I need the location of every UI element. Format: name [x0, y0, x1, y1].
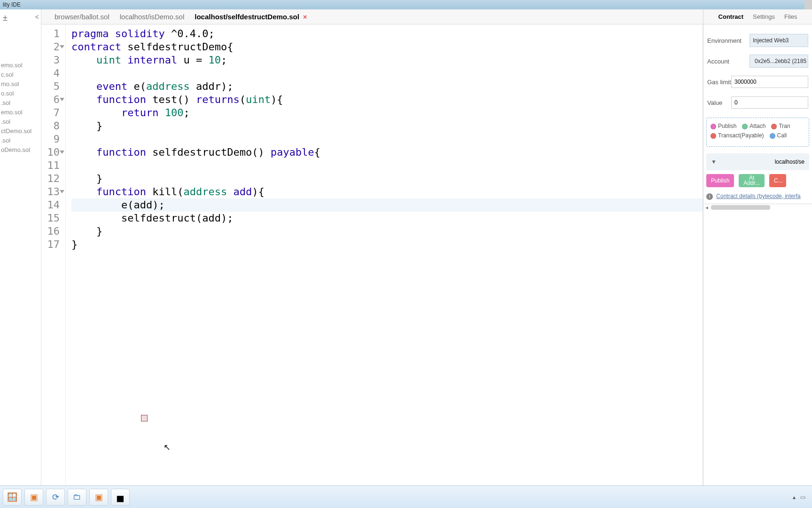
- taskbar-start-button[interactable]: 🪟: [3, 489, 22, 506]
- legend-publish-label: Publish: [718, 123, 736, 129]
- file-item[interactable]: c.sol: [0, 70, 41, 79]
- code-line[interactable]: function selfdestructDemo() payable{: [71, 146, 703, 159]
- file-item[interactable]: .sol: [0, 136, 41, 145]
- tab-contract[interactable]: Contract: [718, 13, 743, 20]
- code-line[interactable]: function kill(address add){: [71, 185, 703, 198]
- line-number: 10: [41, 146, 60, 159]
- line-number: 1: [41, 27, 60, 40]
- attach-button-line2: Addr...: [743, 180, 760, 186]
- legend-tran-dot: [771, 124, 777, 129]
- start-icon: 🪟: [7, 492, 17, 502]
- code-editor[interactable]: pragma solidity ^0.4.0;contract selfdest…: [66, 24, 703, 485]
- terminal-icon: ▅: [117, 492, 124, 502]
- action-legend: Publish Attach Tran Transact(Payable) Ca…: [706, 118, 809, 147]
- file-item[interactable]: .sol: [0, 98, 41, 108]
- code-line[interactable]: }: [71, 172, 703, 185]
- environment-select[interactable]: Injected Web3: [750, 34, 808, 47]
- code-line[interactable]: event e(address addr);: [71, 80, 703, 93]
- refresh-icon: ⟳: [52, 492, 59, 502]
- value-input[interactable]: [731, 96, 808, 109]
- line-number-gutter: 1234567891011121314151617: [41, 24, 66, 485]
- value-label: Value: [707, 99, 731, 106]
- legend-transact-payable-label: Transact(Payable): [718, 132, 764, 139]
- legend-publish-dot: [710, 124, 716, 129]
- panel-horizontal-scrollbar[interactable]: ◂: [703, 204, 812, 211]
- line-number: 15: [41, 212, 60, 225]
- window-vscroll-top[interactable]: [804, 0, 812, 9]
- mouse-cursor-icon: ↖: [164, 442, 171, 452]
- code-line[interactable]: pragma solidity ^0.4.0;: [71, 27, 703, 40]
- line-number: 14: [41, 198, 60, 212]
- account-value: 0x2e5...2ebb2 (2185: [755, 58, 806, 64]
- attach-address-button[interactable]: At Addr...: [739, 174, 765, 187]
- file-item[interactable]: oDemo.sol: [0, 145, 41, 155]
- folder-icon: 🗀: [73, 492, 81, 502]
- close-tab-icon[interactable]: ×: [303, 13, 307, 21]
- line-number: 8: [41, 119, 60, 133]
- file-item[interactable]: emo.sol: [0, 108, 41, 117]
- code-line[interactable]: return 100;: [71, 106, 703, 119]
- line-number: 3: [41, 54, 60, 67]
- taskbar-app-5[interactable]: ▅: [111, 489, 130, 506]
- line-number: 6: [41, 93, 60, 106]
- editor-tab[interactable]: browser/ballot.sol: [55, 13, 109, 21]
- contract-details-link[interactable]: Contract details (bytecode, interfa: [716, 193, 800, 199]
- line-number: 2: [41, 40, 60, 54]
- code-line[interactable]: function test() returns(uint){: [71, 93, 703, 106]
- editor-right-margin: [703, 24, 703, 485]
- legend-call-label: Call: [777, 132, 787, 139]
- file-item[interactable]: emo.sol: [0, 61, 41, 70]
- info-icon: i: [706, 193, 713, 200]
- collapse-sidebar-icon[interactable]: <: [35, 13, 39, 21]
- editor-tabstrip: browser/ballot.sollocalhost/isDemo.sollo…: [41, 9, 703, 24]
- tray-chevron-icon[interactable]: ▴: [793, 494, 796, 500]
- line-number: 13: [41, 185, 60, 198]
- create-button[interactable]: C...: [769, 174, 786, 187]
- line-number: 17: [41, 238, 60, 251]
- legend-call-dot: [770, 133, 775, 139]
- legend-transact-payable-dot: [710, 133, 716, 139]
- code-line[interactable]: }: [71, 238, 703, 251]
- scrollbar-thumb[interactable]: [711, 205, 770, 210]
- taskbar-app-4[interactable]: ▣: [89, 489, 108, 506]
- taskbar-app-1[interactable]: ▣: [24, 489, 43, 506]
- editor-tab[interactable]: localhost/isDemo.sol: [120, 13, 185, 21]
- publish-button[interactable]: Publish: [706, 174, 734, 187]
- file-item[interactable]: ctDemo.sol: [0, 127, 41, 136]
- code-line[interactable]: contract selfdestructDemo{: [71, 40, 703, 54]
- broken-image-icon: [141, 415, 148, 421]
- taskbar-app-2[interactable]: ⟳: [46, 489, 65, 506]
- file-list: emo.solc.solmo.solo.sol.solemo.sol.solct…: [0, 26, 41, 155]
- contract-panel: Contract Settings Files Environment Inje…: [703, 9, 812, 485]
- code-line[interactable]: [71, 133, 703, 146]
- environment-label: Environment: [707, 37, 750, 44]
- gaslimit-input[interactable]: [731, 76, 808, 88]
- code-line[interactable]: uint internal u = 10;: [71, 54, 703, 67]
- code-line[interactable]: }: [71, 225, 703, 238]
- legend-tran-label: Tran: [779, 123, 790, 129]
- window-titlebar: lity IDE: [0, 0, 812, 9]
- taskbar-app-3[interactable]: 🗀: [68, 489, 86, 506]
- add-file-icon[interactable]: ±: [3, 13, 8, 23]
- contract-instance-select[interactable]: ▼ localhost/se: [706, 153, 809, 170]
- code-line[interactable]: }: [71, 119, 703, 133]
- code-line[interactable]: selfdestruct(add);: [71, 212, 703, 225]
- file-item[interactable]: .sol: [0, 117, 41, 127]
- app-icon: ▣: [95, 492, 103, 502]
- file-item[interactable]: mo.sol: [0, 79, 41, 89]
- code-line[interactable]: [71, 159, 703, 172]
- tray-flag-icon[interactable]: ▭: [800, 494, 805, 500]
- line-number: 9: [41, 133, 60, 146]
- system-tray[interactable]: ▴ ▭: [793, 494, 809, 500]
- account-select[interactable]: 0x2e5...2ebb2 (2185: [750, 55, 808, 68]
- line-number: 12: [41, 172, 60, 185]
- editor-tab[interactable]: localhost/selfdestructDemo.sol: [195, 13, 299, 21]
- scroll-left-icon[interactable]: ◂: [705, 204, 708, 211]
- code-line[interactable]: [71, 67, 703, 80]
- legend-attach-label: Attach: [750, 123, 765, 129]
- file-item[interactable]: o.sol: [0, 89, 41, 98]
- tab-settings[interactable]: Settings: [753, 13, 775, 20]
- code-line[interactable]: e(add);: [71, 198, 703, 212]
- tab-files[interactable]: Files: [784, 13, 797, 20]
- line-number: 11: [41, 159, 60, 172]
